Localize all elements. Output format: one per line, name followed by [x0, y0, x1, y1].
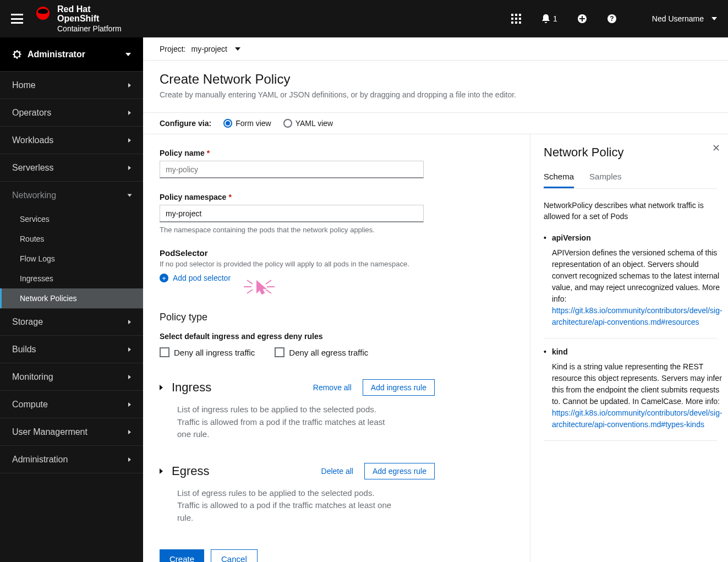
cancel-button[interactable]: Cancel	[211, 549, 258, 562]
egress-title: Egress	[172, 464, 209, 478]
policy-type-heading: Policy type	[160, 312, 513, 323]
schema-kind-link[interactable]: https://git.k8s.io/community/contributor…	[552, 408, 722, 429]
apps-grid-icon[interactable]	[511, 14, 521, 24]
nav-monitoring[interactable]: Monitoring	[0, 363, 143, 391]
page-title: Create Network Policy	[160, 72, 711, 87]
chevron-right-icon	[128, 457, 131, 462]
svg-line-16	[247, 280, 253, 284]
policy-namespace-label: Policy namespace*	[160, 193, 513, 201]
chevron-right-icon	[128, 83, 131, 88]
project-label: Project:	[160, 45, 185, 53]
schema-panel-title: Network Policy	[544, 145, 717, 160]
top-bar: Red Hat OpenShift Container Platform 1 ?…	[0, 0, 728, 37]
nav-compute[interactable]: Compute	[0, 391, 143, 418]
user-menu[interactable]: Ned Username	[652, 14, 717, 23]
brand: Red Hat OpenShift Container Platform	[36, 4, 122, 34]
subnav-ingresses[interactable]: Ingresses	[0, 269, 143, 288]
nav-networking[interactable]: Networking	[0, 182, 143, 209]
chevron-right-icon	[128, 402, 131, 407]
ingress-section: Ingress Remove all Add ingress rule List…	[160, 379, 435, 441]
schema-panel: ✕ Network Policy Schema Samples NetworkP…	[530, 134, 728, 562]
brand-line3: Container Platform	[57, 25, 122, 33]
hamburger-menu[interactable]	[11, 14, 23, 24]
schema-item-kind: kind Kind is a string value representing…	[544, 346, 717, 441]
radio-form-view[interactable]: Form view	[223, 119, 271, 128]
remove-all-ingress-button[interactable]: Remove all	[313, 383, 352, 392]
radio-checked-icon	[223, 119, 232, 128]
podselector-help: If no pod selector is provided the polic…	[160, 260, 513, 268]
nav-workloads[interactable]: Workloads	[0, 127, 143, 154]
egress-section: Egress Delete all Add egress rule List o…	[160, 463, 435, 525]
add-egress-rule-button[interactable]: Add egress rule	[364, 463, 435, 479]
svg-rect-0	[511, 14, 513, 16]
create-button[interactable]: Create	[160, 549, 204, 562]
checkbox-icon	[160, 347, 169, 357]
perspective-switcher[interactable]: Administrator	[0, 37, 143, 72]
chevron-right-icon	[128, 320, 131, 324]
view-label: Configure via:	[160, 119, 211, 128]
schema-intro: NetworkPolicy describes what network tra…	[544, 200, 717, 222]
svg-rect-4	[515, 18, 517, 20]
chevron-right-icon	[128, 347, 131, 352]
nav-builds[interactable]: Builds	[0, 336, 143, 363]
chevron-right-icon	[128, 138, 131, 143]
tab-schema[interactable]: Schema	[544, 172, 574, 188]
svg-rect-5	[519, 18, 521, 20]
ingress-title: Ingress	[172, 380, 211, 395]
delete-all-egress-button[interactable]: Delete all	[321, 467, 353, 476]
add-ingress-rule-button[interactable]: Add ingress rule	[363, 379, 435, 396]
egress-description: List of egress rules to be applied to th…	[177, 487, 397, 525]
nav-user-management[interactable]: User Managerment	[0, 418, 143, 446]
notifications-button[interactable]: 1	[541, 14, 557, 24]
caret-down-icon	[711, 17, 717, 20]
nav-home[interactable]: Home	[0, 72, 143, 99]
project-selector[interactable]: Project: my-project	[143, 37, 728, 61]
deny-egress-checkbox[interactable]: Deny all egress traffic	[275, 347, 368, 357]
brand-line2: OpenShift	[57, 14, 122, 24]
schema-apiversion-link[interactable]: https://git.k8s.io/community/contributor…	[552, 306, 722, 326]
chevron-right-icon[interactable]	[160, 468, 163, 474]
svg-rect-2	[519, 14, 521, 16]
policy-name-input[interactable]	[160, 161, 424, 178]
chevron-right-icon	[128, 375, 131, 379]
subnav-network-policies[interactable]: Network Policies	[0, 288, 143, 308]
caret-down-icon	[235, 47, 240, 51]
sidebar: Administrator Home Operators Workloads S…	[0, 37, 143, 562]
chevron-right-icon	[128, 166, 131, 170]
tab-samples[interactable]: Samples	[589, 172, 621, 188]
svg-text:?: ?	[610, 15, 614, 23]
svg-line-17	[266, 280, 271, 284]
plus-circle-icon: +	[160, 274, 168, 282]
nav-operators[interactable]: Operators	[0, 99, 143, 127]
svg-rect-1	[515, 14, 517, 16]
svg-line-18	[247, 290, 253, 293]
plus-circle-icon[interactable]	[577, 14, 587, 24]
subnav-routes[interactable]: Routes	[0, 229, 143, 249]
schema-item-apiversion: apiVersion APIVersion defines the versio…	[544, 232, 717, 339]
chevron-right-icon[interactable]	[160, 385, 163, 390]
close-icon[interactable]: ✕	[712, 142, 720, 154]
help-icon[interactable]: ?	[607, 14, 617, 24]
svg-rect-11	[579, 18, 585, 19]
svg-rect-6	[511, 21, 513, 24]
nav-administration[interactable]: Administration	[0, 446, 143, 473]
project-value: my-project	[191, 45, 227, 53]
chevron-right-icon	[128, 111, 131, 115]
redhat-icon	[36, 7, 50, 20]
podselector-heading: PodSelector	[160, 248, 513, 258]
perspective-label: Administrator	[28, 50, 85, 59]
deny-rules-label: Select default ingress and egress deny r…	[160, 332, 513, 341]
svg-line-19	[266, 290, 271, 293]
policy-namespace-input[interactable]	[160, 205, 424, 222]
subnav-services[interactable]: Services	[0, 209, 143, 229]
subnav-flow-logs[interactable]: Flow Logs	[0, 249, 143, 269]
deny-ingress-checkbox[interactable]: Deny all ingress traffic	[160, 347, 255, 357]
add-pod-selector-button[interactable]: + Add pod selector	[160, 274, 231, 282]
cursor-click-icon	[242, 276, 277, 299]
nav-storage[interactable]: Storage	[0, 308, 143, 336]
nav-serverless[interactable]: Serverless	[0, 154, 143, 182]
chevron-right-icon	[128, 430, 131, 434]
radio-yaml-view[interactable]: YAML view	[283, 119, 333, 128]
chevron-down-icon	[128, 194, 132, 197]
page-subtitle: Create by manually entering YAML or JSON…	[160, 90, 711, 99]
